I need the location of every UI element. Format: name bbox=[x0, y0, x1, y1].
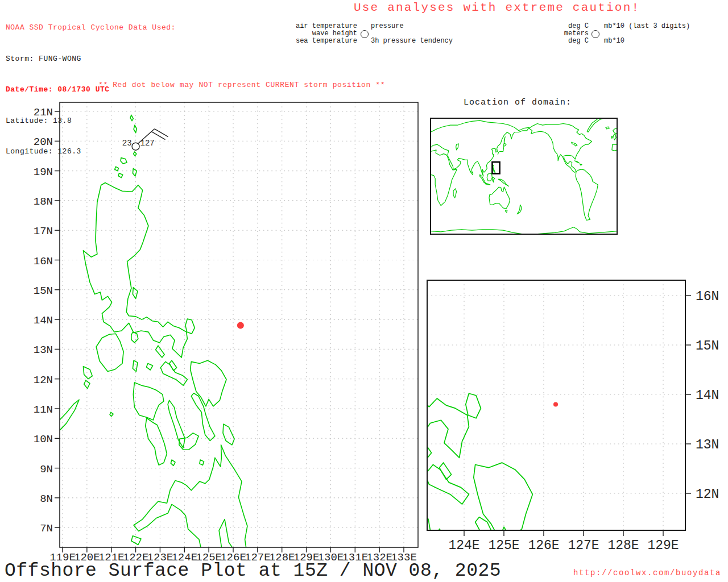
coastline bbox=[417, 438, 431, 458]
coastline bbox=[57, 400, 79, 433]
coastline bbox=[471, 172, 473, 175]
axis-tick-label: 9N bbox=[40, 463, 53, 476]
coastline bbox=[84, 380, 90, 388]
coastline bbox=[134, 445, 247, 562]
axis-tick-label: 17N bbox=[34, 225, 53, 238]
legend-pressure-label: pressure bbox=[371, 23, 404, 30]
coastline bbox=[580, 164, 582, 165]
coastline bbox=[504, 137, 505, 143]
coastline bbox=[612, 144, 617, 151]
storm-position-warning: ** Red dot below may NOT represent CURRE… bbox=[98, 81, 385, 89]
coastline bbox=[83, 367, 92, 379]
latitude-line: Latitude: 13.8 bbox=[6, 116, 176, 127]
domain-map-title: Location of domain: bbox=[464, 98, 572, 107]
coastline bbox=[299, 473, 314, 494]
coastline bbox=[574, 161, 579, 163]
coastline bbox=[474, 463, 533, 539]
coastline bbox=[360, 126, 370, 135]
source-url: http://coolwx.com/buoydata bbox=[573, 568, 721, 577]
coastline bbox=[223, 424, 234, 445]
axis-tick-label: 10N bbox=[34, 433, 53, 446]
coastline bbox=[587, 117, 606, 132]
legend-pressure-units-label: mb*10 (last 3 digits) bbox=[604, 23, 690, 30]
axis-tick-label: 125E bbox=[488, 538, 519, 553]
axis-tick-label: 15N bbox=[34, 285, 53, 297]
axis-tick-label: 129E bbox=[647, 538, 679, 553]
coastline bbox=[133, 288, 138, 299]
legend-air-temperature-label: air temperature bbox=[273, 23, 357, 30]
coastline bbox=[131, 332, 138, 343]
coastline bbox=[485, 183, 490, 185]
coastline bbox=[480, 174, 486, 183]
coastline bbox=[487, 173, 492, 181]
coastline bbox=[456, 144, 459, 150]
coastline bbox=[498, 179, 508, 186]
inset-zoom-map bbox=[257, 54, 685, 582]
axis-tick-label: 18N bbox=[34, 196, 53, 208]
axis-tick-label: 7N bbox=[40, 522, 53, 535]
coastline bbox=[380, 143, 386, 156]
axis-tick-label: 128E bbox=[607, 538, 639, 553]
legend-air-units-label: deg C bbox=[543, 23, 589, 30]
legend-pressure-tendency-label: 3h pressure tendency bbox=[371, 38, 453, 44]
axis-tick-label: 8N bbox=[40, 493, 53, 505]
longitude-line: Longitude: 126.3 bbox=[6, 147, 176, 157]
coastline bbox=[356, 151, 363, 159]
coastline bbox=[425, 465, 469, 505]
domain-extent-box bbox=[492, 162, 499, 173]
coastline bbox=[572, 142, 577, 146]
coastline bbox=[146, 364, 152, 371]
coastline bbox=[83, 183, 187, 358]
plot-title: Offshore Surface Plot at 15Z / NOV 08, 2… bbox=[5, 560, 501, 581]
axis-tick-label: 11N bbox=[34, 404, 53, 416]
legend-sea-units-label: deg C bbox=[543, 38, 589, 44]
coastline bbox=[96, 334, 123, 371]
coastline bbox=[131, 536, 141, 545]
coastline bbox=[492, 178, 495, 182]
storm-name-line: Storm: FUNG-WONG bbox=[6, 54, 176, 65]
coastline bbox=[527, 568, 546, 582]
legend-wave-height-label: wave height bbox=[273, 30, 357, 37]
coastline bbox=[431, 227, 617, 234]
axis-tick-label: 16N bbox=[696, 289, 719, 304]
storm-position-dot bbox=[237, 322, 244, 329]
coastline bbox=[191, 360, 226, 406]
world-locator-map bbox=[431, 117, 617, 234]
coastline bbox=[299, 167, 469, 458]
coastline bbox=[529, 124, 592, 173]
coastline bbox=[376, 54, 380, 64]
coastline bbox=[168, 400, 185, 448]
offshore-surface-plot-page: 231277N8N9N10N11N12N13N14N15N16N17N18N19… bbox=[0, 0, 728, 582]
coastline bbox=[517, 205, 522, 214]
station-circle-icon bbox=[361, 30, 369, 38]
axis-tick-label: 13N bbox=[696, 438, 719, 452]
coastline bbox=[453, 189, 457, 198]
axis-tick-label: 12N bbox=[34, 374, 53, 386]
axis-tick-label: 126E bbox=[528, 538, 559, 553]
coastline bbox=[493, 165, 495, 173]
coastline bbox=[133, 360, 138, 371]
coastline bbox=[377, 415, 388, 433]
coastline bbox=[606, 127, 609, 129]
axis-tick-label: 16N bbox=[34, 255, 53, 268]
station-circle-icon bbox=[592, 30, 599, 38]
coastline bbox=[380, 463, 388, 481]
coastline bbox=[185, 319, 195, 334]
coastline bbox=[381, 115, 386, 122]
coastline bbox=[505, 210, 507, 213]
legend-sea-temperature-label: sea temperature bbox=[273, 38, 357, 44]
map-border bbox=[431, 118, 617, 234]
coastline bbox=[146, 418, 167, 465]
coastline bbox=[380, 341, 388, 360]
coastline bbox=[160, 361, 187, 385]
coastline bbox=[431, 120, 529, 176]
coastline bbox=[171, 460, 175, 465]
axis-tick-label: 12N bbox=[696, 487, 719, 502]
legend-wave-units-label: meters bbox=[543, 30, 589, 37]
coastline bbox=[576, 169, 598, 221]
coastline bbox=[320, 418, 365, 481]
axis-tick-label: 15N bbox=[696, 339, 719, 354]
data-source-line: NOAA SSD Tropical Cyclone Data Used: bbox=[6, 23, 176, 34]
coastline bbox=[133, 383, 164, 420]
axis-tick-label: 14N bbox=[34, 314, 53, 327]
